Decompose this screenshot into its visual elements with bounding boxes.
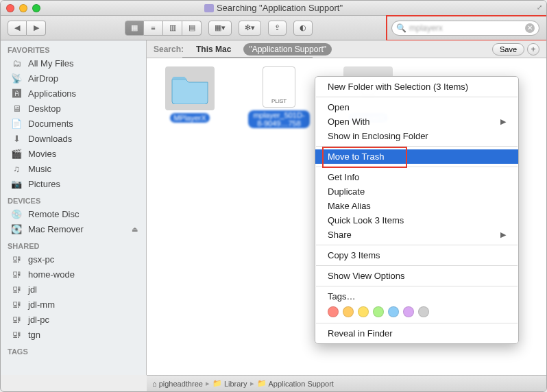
tag-blue-icon[interactable] xyxy=(388,306,399,317)
tag-red-icon[interactable] xyxy=(328,306,339,317)
ctx-share[interactable]: Share▶ xyxy=(315,228,518,242)
save-search-button[interactable]: Save xyxy=(492,43,524,56)
disk-icon: 💽 xyxy=(10,223,23,234)
path-bar: ⌂pigheadthree ▸ 📁Library ▸ 📁Application … xyxy=(147,375,546,391)
forward-button[interactable]: ▶ xyxy=(27,21,46,36)
coverflow-view-button[interactable]: ▤ xyxy=(182,21,202,36)
tag-green-icon[interactable] xyxy=(373,306,384,317)
sidebar-item-tgn[interactable]: 🖳tgn xyxy=(1,327,146,342)
ctx-move-to-trash[interactable]: Move to Trash xyxy=(315,149,518,164)
sidebar-item-jdl-pc[interactable]: 🖳jdl-pc xyxy=(1,312,146,327)
eject-icon[interactable]: ⏏ xyxy=(132,225,138,233)
add-rule-button[interactable]: + xyxy=(527,43,539,56)
sidebar-item-pictures[interactable]: 📷Pictures xyxy=(1,176,146,191)
list-view-button[interactable]: ≡ xyxy=(144,21,163,36)
tag-orange-icon[interactable] xyxy=(343,306,354,317)
plist-icon xyxy=(263,66,295,108)
sidebar-item-desktop[interactable]: 🖥Desktop xyxy=(1,101,146,116)
result-item[interactable]: mplayer_501D-8-9049…758 xyxy=(248,66,310,128)
ctx-show-view-options[interactable]: Show View Options xyxy=(315,269,518,283)
sidebar-item-jdl[interactable]: 🖳jdl xyxy=(1,282,146,297)
music-icon: ♫ xyxy=(10,163,23,174)
sidebar: Favorites 🗂All My Files 📡AirDrop 🅰Applic… xyxy=(1,40,147,375)
tag-yellow-icon[interactable] xyxy=(358,306,369,317)
view-mode-segmented: ▦ ≡ ▥ ▤ xyxy=(125,21,202,36)
pc-icon: 🖳 xyxy=(10,329,23,340)
ctx-tag-colors xyxy=(315,304,518,320)
tag-gray-icon[interactable] xyxy=(418,306,429,317)
pc-icon: 🖳 xyxy=(10,299,23,310)
sidebar-item-mac-remover[interactable]: 💽Mac Remover⏏ xyxy=(1,221,146,236)
tags-button[interactable]: ◐ xyxy=(293,21,313,36)
ctx-show-enclosing[interactable]: Show in Enclosing Folder xyxy=(315,129,518,143)
action-button[interactable]: ✻▾ xyxy=(239,21,261,36)
result-item[interactable]: MPlayerX xyxy=(159,66,221,123)
scope-this-mac[interactable]: This Mac xyxy=(191,43,236,56)
sidebar-item-all-my-files[interactable]: 🗂All My Files xyxy=(1,56,146,71)
folder-icon xyxy=(165,66,215,110)
path-crumb[interactable]: 📁Library xyxy=(212,379,247,388)
ctx-open-with[interactable]: Open With▶ xyxy=(315,114,518,129)
minimize-icon[interactable] xyxy=(19,4,27,12)
documents-icon: 📄 xyxy=(10,118,23,129)
arrange-button[interactable]: ▦▾ xyxy=(208,21,232,36)
desktop-icon: 🖥 xyxy=(10,103,23,114)
sidebar-item-movies[interactable]: 🎬Movies xyxy=(1,146,146,161)
titlebar: Searching "Application Support" ⤢ xyxy=(1,1,546,16)
toolbar: ◀ ▶ ▦ ≡ ▥ ▤ ▦▾ ✻▾ ⇪ ◐ 🔍 mplayerx ✕ xyxy=(1,16,546,40)
sidebar-item-gsx-pc[interactable]: 🖳gsx-pc xyxy=(1,252,146,267)
sidebar-item-jdl-mm[interactable]: 🖳jdl-mm xyxy=(1,297,146,312)
sidebar-item-documents[interactable]: 📄Documents xyxy=(1,116,146,131)
back-button[interactable]: ◀ xyxy=(8,21,27,36)
scope-current-folder[interactable]: "Application Support" xyxy=(243,43,332,56)
ctx-open[interactable]: Open xyxy=(315,100,518,114)
ctx-new-folder-selection[interactable]: New Folder with Selection (3 Items) xyxy=(315,79,518,94)
zoom-icon[interactable] xyxy=(32,4,40,12)
folder-icon: 📁 xyxy=(257,379,267,388)
search-label: Search: xyxy=(154,45,184,54)
folder-icon xyxy=(204,4,214,12)
sidebar-heading-favorites: Favorites xyxy=(1,40,146,56)
sidebar-heading-shared: Shared xyxy=(1,236,146,252)
ctx-make-alias[interactable]: Make Alias xyxy=(315,199,518,213)
path-crumb[interactable]: ⌂pigheadthree xyxy=(152,380,203,388)
downloads-icon: ⬇ xyxy=(10,133,23,144)
pc-icon: 🖳 xyxy=(10,269,23,280)
icon-view-button[interactable]: ▦ xyxy=(125,21,144,36)
share-button[interactable]: ⇪ xyxy=(268,21,287,36)
clear-search-icon[interactable]: ✕ xyxy=(525,23,535,33)
sidebar-item-downloads[interactable]: ⬇Downloads xyxy=(1,131,146,146)
sidebar-item-remote-disc[interactable]: 💿Remote Disc xyxy=(1,206,146,221)
ctx-copy[interactable]: Copy 3 Items xyxy=(315,248,518,262)
submenu-arrow-icon: ▶ xyxy=(500,230,506,239)
search-input[interactable]: 🔍 mplayerx ✕ xyxy=(391,21,539,36)
close-icon[interactable] xyxy=(6,4,14,12)
remote-disc-icon: 💿 xyxy=(10,208,23,219)
search-scope-bar: Search: This Mac "Application Support" S… xyxy=(147,40,546,58)
fullscreen-icon[interactable]: ⤢ xyxy=(537,3,542,11)
result-filename: MPlayerX xyxy=(170,113,210,123)
ctx-tags[interactable]: Tags… xyxy=(315,289,518,304)
sidebar-item-applications[interactable]: 🅰Applications xyxy=(1,86,146,101)
window-title: Searching "Application Support" xyxy=(1,3,546,13)
applications-icon: 🅰 xyxy=(10,88,23,99)
window-title-text: Searching "Application Support" xyxy=(217,3,343,13)
column-view-button[interactable]: ▥ xyxy=(163,21,182,36)
home-icon: ⌂ xyxy=(152,380,157,388)
ctx-quick-look[interactable]: Quick Look 3 Items xyxy=(315,213,518,228)
nav-buttons: ◀ ▶ xyxy=(8,21,46,36)
chevron-right-icon: ▸ xyxy=(250,379,254,388)
submenu-arrow-icon: ▶ xyxy=(500,117,506,126)
sidebar-item-music[interactable]: ♫Music xyxy=(1,161,146,176)
path-crumb[interactable]: 📁Application Support xyxy=(257,379,334,388)
all-my-files-icon: 🗂 xyxy=(10,58,23,69)
sidebar-item-airdrop[interactable]: 📡AirDrop xyxy=(1,71,146,86)
context-menu: New Folder with Selection (3 Items) Open… xyxy=(315,76,519,344)
ctx-reveal-in-finder[interactable]: Reveal in Finder xyxy=(315,326,518,341)
folder-icon: 📁 xyxy=(212,379,222,388)
ctx-get-info[interactable]: Get Info xyxy=(315,170,518,184)
movies-icon: 🎬 xyxy=(10,148,23,159)
tag-purple-icon[interactable] xyxy=(403,306,414,317)
ctx-duplicate[interactable]: Duplicate xyxy=(315,184,518,199)
sidebar-item-home-wode[interactable]: 🖳home-wode xyxy=(1,267,146,282)
